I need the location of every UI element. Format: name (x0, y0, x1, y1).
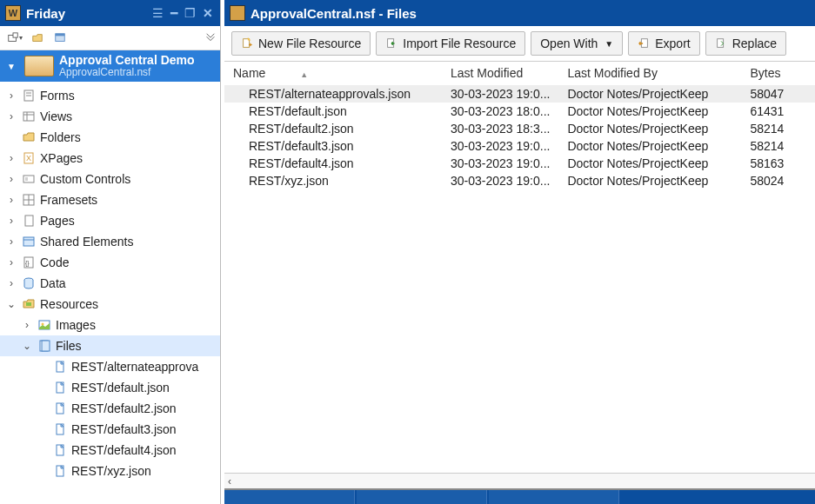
tree-file-item[interactable]: REST/default3.json (0, 419, 220, 440)
custom-controls-icon (21, 171, 37, 187)
tree-file-item[interactable]: REST/default2.json (0, 398, 220, 419)
files-icon (37, 338, 52, 354)
cell-bytes: 58163 (741, 155, 815, 172)
cell-name: REST/alternateapprovals.json (224, 85, 442, 103)
cell-name: REST/xyz.json (224, 172, 442, 189)
app-icon: W (5, 5, 21, 21)
data-icon (21, 275, 37, 291)
chevron-down-icon[interactable]: ▼ (3, 62, 19, 71)
pages-icon (21, 213, 37, 229)
tree-item-views[interactable]: ›Views (0, 106, 220, 127)
chevron-down-icon: ▼ (605, 39, 613, 49)
new-project-button[interactable]: ▾ (5, 30, 24, 47)
table-row[interactable]: REST/default3.json30-03-2023 19:0...Doct… (224, 137, 815, 155)
tree-item-resources[interactable]: ⌄Resources (0, 294, 220, 315)
card-view-button[interactable] (50, 30, 70, 47)
col-modified-by[interactable]: Last Modified By (558, 62, 741, 85)
file-icon (52, 442, 68, 458)
export-button[interactable]: Export (628, 31, 699, 56)
col-name[interactable]: Name▲ (224, 62, 442, 85)
file-table-wrap[interactable]: Name▲ Last Modified Last Modified By Byt… (224, 62, 815, 473)
cell-bytes: 58024 (741, 172, 815, 189)
bottom-tab[interactable] (357, 490, 487, 504)
svg-rect-7 (23, 112, 34, 121)
navigator-toolbar: ▾ (0, 26, 220, 50)
tree-item-shared-elements[interactable]: ›Shared Elements (0, 231, 220, 252)
editor-icon (230, 5, 245, 21)
tree-item-folders[interactable]: Folders (0, 127, 220, 148)
open-project-button[interactable] (28, 30, 47, 47)
scroll-left-icon[interactable]: ‹ (228, 475, 231, 487)
table-row[interactable]: REST/default2.json30-03-2023 18:3...Doct… (224, 120, 815, 137)
file-icon (52, 421, 68, 437)
file-table: Name▲ Last Modified Last Modified By Byt… (224, 62, 815, 189)
svg-rect-27 (42, 341, 50, 351)
editor-toolbar: ✦New File Resource Import File Resource … (224, 26, 815, 62)
images-icon (37, 317, 52, 333)
table-row[interactable]: REST/default4.json30-03-2023 19:0...Doct… (224, 155, 815, 172)
tree-item-data[interactable]: ›Data (0, 273, 220, 294)
tree-item-images[interactable]: ›Images (0, 315, 220, 335)
bottom-tab-bar (224, 488, 815, 504)
app-title: Friday (26, 6, 152, 21)
project-banner[interactable]: ▼ Approval Central Demo ApprovalCentral.… (0, 50, 220, 82)
framesets-icon (21, 192, 37, 208)
col-bytes[interactable]: Bytes (741, 62, 815, 85)
table-row[interactable]: REST/alternateapprovals.json30-03-2023 1… (224, 85, 815, 103)
restore-icon[interactable]: ❐ (184, 6, 196, 20)
cell-name: REST/default.json (224, 103, 442, 120)
tree-file-item[interactable]: REST/xyz.json (0, 461, 220, 481)
tree-file-item[interactable]: REST/default4.json (0, 440, 220, 461)
cell-modified: 30-03-2023 18:3... (442, 120, 558, 137)
xpages-icon: X (21, 150, 37, 166)
collapse-all-button[interactable] (201, 30, 220, 47)
import-file-resource-button[interactable]: Import File Resource (376, 31, 525, 56)
table-row[interactable]: REST/default.json30-03-2023 18:0...Docto… (224, 103, 815, 120)
tree-file-item[interactable]: REST/default.json (0, 377, 220, 398)
minimize-icon[interactable]: ━ (170, 6, 177, 20)
sort-asc-icon: ▲ (300, 70, 308, 79)
svg-rect-18 (23, 237, 34, 246)
close-icon[interactable]: ✕ (203, 6, 213, 20)
editor-title: ApprovalCentral.nsf - Files (251, 6, 417, 21)
svg-rect-1 (13, 32, 17, 36)
resources-icon (21, 296, 37, 312)
new-file-resource-button[interactable]: ✦New File Resource (231, 31, 371, 56)
tree-file-label: REST/default4.json (71, 443, 177, 457)
open-with-button[interactable]: Open With▼ (531, 31, 623, 56)
tree-item-pages[interactable]: ›Pages (0, 210, 220, 231)
tree-item-custom-controls[interactable]: ›Custom Controls (0, 169, 220, 189)
editor-titlebar: ApprovalCentral.nsf - Files (224, 0, 815, 26)
tree-file-label: REST/xyz.json (71, 464, 151, 478)
tree-item-code[interactable]: ›{}Code (0, 252, 220, 273)
tree-file-label: REST/default2.json (71, 401, 177, 415)
cell-modified-by: Doctor Notes/ProjectKeep (558, 137, 741, 155)
replace-button[interactable]: Replace (705, 31, 786, 56)
cell-modified: 30-03-2023 18:0... (442, 103, 558, 120)
tree-item-xpages[interactable]: ›XXPages (0, 148, 220, 169)
list-mode-icon[interactable]: ☰ (152, 6, 164, 20)
svg-rect-23 (26, 302, 31, 306)
tree-file-label: REST/default.json (71, 381, 170, 395)
bottom-tab[interactable] (489, 490, 619, 504)
tree-item-framesets[interactable]: ›Framesets (0, 189, 220, 210)
cell-modified-by: Doctor Notes/ProjectKeep (558, 103, 741, 120)
tree-item-forms[interactable]: ›Forms (0, 85, 220, 106)
view-icon (21, 109, 37, 124)
svg-rect-13 (25, 177, 28, 181)
cell-modified: 30-03-2023 19:0... (442, 85, 558, 103)
svg-rect-17 (25, 216, 33, 226)
col-modified[interactable]: Last Modified (442, 62, 558, 85)
cell-modified-by: Doctor Notes/ProjectKeep (558, 85, 741, 103)
table-row[interactable]: REST/xyz.json30-03-2023 19:0...Doctor No… (224, 172, 815, 189)
file-icon (52, 463, 68, 479)
bottom-tab[interactable] (224, 490, 355, 504)
tree-item-files[interactable]: ⌄Files (0, 335, 220, 356)
tree-file-item[interactable]: REST/alternateapprova (0, 356, 220, 377)
svg-text:{}: {} (25, 260, 30, 267)
tree-file-label: REST/alternateapprova (71, 360, 198, 374)
cell-modified: 30-03-2023 19:0... (442, 137, 558, 155)
shared-icon (21, 234, 37, 249)
design-tree[interactable]: ›Forms ›Views Folders ›XXPages ›Custom C… (0, 82, 220, 504)
horizontal-scrollbar[interactable]: ‹ (224, 473, 815, 488)
